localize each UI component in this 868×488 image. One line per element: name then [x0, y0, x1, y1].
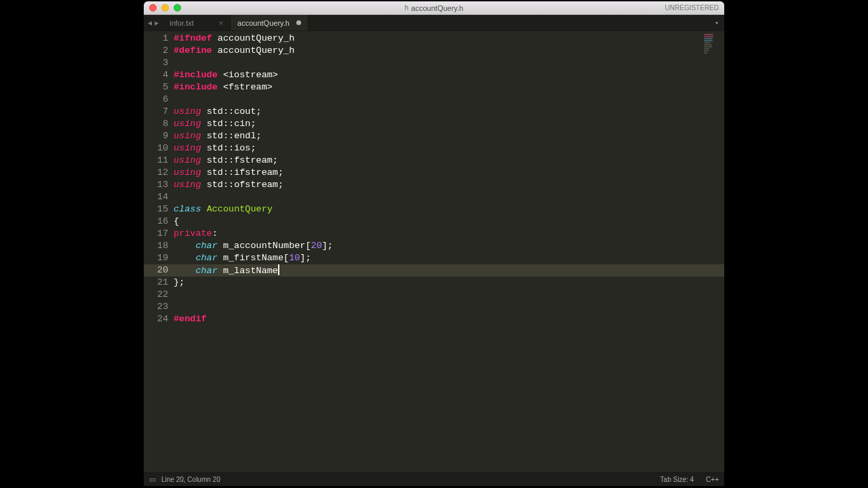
line-number: 17 — [144, 228, 174, 240]
code-line[interactable]: }; — [174, 277, 724, 289]
file-icon: h — [405, 4, 409, 12]
minimize-window-button[interactable] — [161, 4, 169, 12]
line-number: 12 — [144, 167, 174, 179]
code-line[interactable]: { — [174, 216, 724, 228]
code-line[interactable]: using std::ifstream; — [174, 167, 724, 179]
console-icon[interactable]: ▭ — [149, 475, 156, 484]
window-title-text: accountQuery.h — [411, 4, 463, 12]
line-number: 6 — [144, 94, 174, 106]
line-number: 13 — [144, 179, 174, 191]
line-number: 10 — [144, 142, 174, 155]
close-window-button[interactable] — [149, 4, 157, 12]
modified-dot-icon — [296, 20, 301, 25]
code-line[interactable] — [174, 191, 724, 203]
code-line[interactable]: using std::fstream; — [174, 155, 724, 167]
registration-status: UNREGISTERED — [665, 4, 719, 12]
code-line[interactable]: #include <iostream> — [174, 69, 724, 81]
line-number: 2 — [144, 45, 174, 57]
line-number: 9 — [144, 130, 174, 142]
nav-forward-icon[interactable]: ▶ — [155, 19, 159, 27]
tab-label: infor.txt — [170, 19, 193, 27]
close-icon[interactable]: × — [219, 19, 223, 27]
zoom-window-button[interactable] — [174, 4, 181, 12]
code-content[interactable]: #ifndef accountQuery_h#define accountQue… — [174, 31, 724, 472]
line-number-gutter: 123456789101112131415161718192021222324 — [144, 31, 174, 472]
line-number: 20 — [144, 264, 174, 277]
line-number: 5 — [144, 81, 174, 94]
cursor-position[interactable]: Line 20, Column 20 — [161, 476, 220, 483]
traffic-lights — [149, 4, 181, 12]
tab-bar: ◀ ▶ infor.txt × accountQuery.h ▾ — [144, 15, 724, 31]
code-line[interactable] — [174, 94, 724, 106]
code-line[interactable]: using std::cin; — [174, 118, 724, 130]
code-line[interactable]: #include <fstream> — [174, 81, 724, 94]
titlebar: h accountQuery.h UNREGISTERED — [144, 1, 724, 15]
code-line[interactable]: char m_accountNumber[20]; — [174, 240, 724, 252]
code-line[interactable]: using std::ios; — [174, 142, 724, 155]
line-number: 15 — [144, 203, 174, 216]
tab-nav: ◀ ▶ — [144, 15, 163, 30]
line-number: 21 — [144, 277, 174, 289]
editor-window: h accountQuery.h UNREGISTERED ◀ ▶ infor.… — [144, 1, 724, 486]
line-number: 23 — [144, 301, 174, 313]
code-line[interactable]: class AccountQuery — [174, 203, 724, 216]
code-line[interactable]: char m_lastName — [174, 264, 724, 277]
chevron-down-icon: ▾ — [715, 19, 719, 27]
line-number: 22 — [144, 289, 174, 301]
code-line[interactable] — [174, 57, 724, 69]
line-number: 19 — [144, 252, 174, 264]
line-number: 18 — [144, 240, 174, 252]
code-line[interactable]: #define accountQuery_h — [174, 45, 724, 57]
line-number: 16 — [144, 216, 174, 228]
tab-infor[interactable]: infor.txt × — [163, 15, 231, 30]
line-number: 7 — [144, 106, 174, 118]
tab-label: accountQuery.h — [237, 19, 290, 27]
code-line[interactable]: using std::ofstream; — [174, 179, 724, 191]
code-line[interactable] — [174, 289, 724, 301]
line-number: 8 — [144, 118, 174, 130]
window-title: h accountQuery.h — [405, 4, 463, 12]
syntax-button[interactable]: C++ — [706, 476, 719, 483]
line-number: 3 — [144, 57, 174, 69]
line-number: 14 — [144, 191, 174, 203]
editor-area[interactable]: 123456789101112131415161718192021222324 … — [144, 31, 724, 472]
line-number: 4 — [144, 69, 174, 81]
status-bar: ▭ Line 20, Column 20 Tab Size: 4 C++ — [144, 472, 724, 486]
line-number: 11 — [144, 155, 174, 167]
code-line[interactable]: #endif — [174, 313, 724, 325]
tab-overflow-button[interactable]: ▾ — [715, 15, 724, 30]
tab-accountquery[interactable]: accountQuery.h — [231, 15, 309, 30]
minimap[interactable] — [704, 34, 720, 58]
text-cursor — [278, 264, 279, 275]
nav-back-icon[interactable]: ◀ — [148, 19, 152, 27]
code-line[interactable]: using std::cout; — [174, 106, 724, 118]
code-line[interactable]: char m_firstName[10]; — [174, 252, 724, 264]
code-line[interactable]: using std::endl; — [174, 130, 724, 142]
code-line[interactable]: private: — [174, 228, 724, 240]
line-number: 24 — [144, 313, 174, 325]
code-line[interactable] — [174, 301, 724, 313]
tab-size-button[interactable]: Tab Size: 4 — [660, 476, 694, 483]
code-line[interactable]: #ifndef accountQuery_h — [174, 33, 724, 45]
line-number: 1 — [144, 33, 174, 45]
